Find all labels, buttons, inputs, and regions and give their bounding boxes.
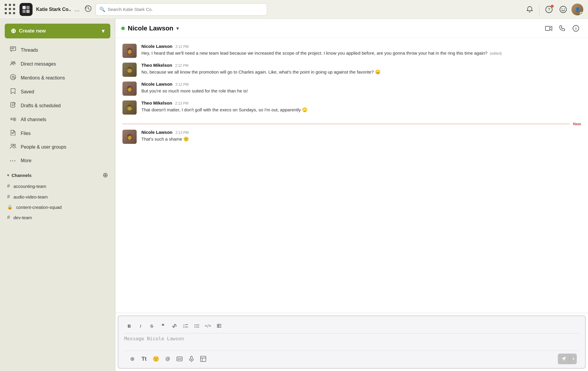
message-time: 2:12 PM: [175, 45, 189, 49]
message-text: That's such a shame 🙁: [141, 136, 581, 143]
avatar: 👩: [122, 82, 137, 96]
contact-name-chevron-icon[interactable]: ▾: [176, 25, 179, 32]
unordered-list-button[interactable]: [192, 321, 202, 331]
contact-online-indicator: [121, 27, 125, 30]
nav-drafts-scheduled[interactable]: Drafts & scheduled: [2, 99, 113, 112]
formatting-toolbar: B I S ❝ 1. 2.: [124, 320, 579, 333]
svg-point-12: [14, 62, 15, 63]
message-content: Nicole Lawson 2:12 PM Hey, I heard that …: [141, 44, 581, 58]
more-icon: ⋯: [9, 157, 17, 165]
message-author: Nicole Lawson: [141, 82, 172, 87]
message-text: No, because we all know the promotion wi…: [141, 69, 581, 76]
people-user-groups-label: People & user groups: [21, 144, 66, 150]
message-time: 2:13 PM: [175, 101, 188, 105]
svg-point-13: [10, 74, 16, 80]
nav-direct-messages[interactable]: Direct messages: [2, 57, 113, 71]
message-input[interactable]: [124, 336, 579, 347]
message-time: 2:12 PM: [175, 64, 188, 68]
notifications-button[interactable]: [524, 4, 536, 15]
audio-button[interactable]: [186, 353, 197, 365]
strikethrough-button[interactable]: S: [147, 321, 157, 331]
svg-rect-0: [22, 6, 26, 9]
channel-hash-icon: #: [7, 214, 10, 220]
mention-button[interactable]: @: [162, 353, 173, 365]
emoji-button[interactable]: [557, 4, 569, 15]
avatar: 👩: [122, 130, 137, 144]
history-icon[interactable]: [84, 5, 92, 14]
search-input[interactable]: [108, 7, 263, 12]
shortcuts-button[interactable]: [174, 353, 185, 365]
threads-label: Threads: [21, 48, 38, 53]
indent-button[interactable]: [214, 321, 224, 331]
chat-contact-name: Nicole Lawson: [128, 25, 173, 32]
canvas-button[interactable]: [198, 353, 209, 365]
create-new-button[interactable]: ⊕ Create new ▾: [5, 24, 110, 38]
channel-dev-team[interactable]: # dev-team: [0, 212, 115, 223]
mentions-reactions-label: Mentions & reactions: [21, 75, 65, 81]
message-edited-label: (edited): [490, 51, 502, 56]
svg-text:#: #: [10, 117, 13, 121]
send-button[interactable]: [558, 354, 570, 364]
all-channels-icon: #: [9, 116, 17, 123]
channels-section-label: Channels: [12, 173, 100, 178]
files-label: Files: [21, 131, 31, 136]
sidebar: ⊕ Create new ▾ Threads: [0, 19, 115, 371]
channel-hash-icon: #: [7, 183, 10, 189]
nav-more[interactable]: ⋯ More: [2, 154, 113, 167]
code-button[interactable]: </>: [203, 321, 213, 331]
phone-call-button[interactable]: [556, 22, 568, 35]
italic-button[interactable]: I: [135, 321, 146, 331]
add-channel-button[interactable]: ⊕: [103, 171, 108, 179]
svg-point-9: [564, 8, 565, 9]
format-text-button[interactable]: Tt: [138, 353, 150, 365]
link-button[interactable]: [169, 321, 179, 331]
message-content: Nicole Lawson 2:13 PM That's such a sham…: [141, 130, 581, 144]
emoji-picker-button[interactable]: 🙂: [150, 353, 161, 365]
svg-text:2.: 2.: [183, 326, 185, 328]
nav-mentions-reactions[interactable]: Mentions & reactions: [2, 71, 113, 84]
nav-people-user-groups[interactable]: People & user groups: [2, 141, 113, 153]
message-author: Theo Mikelson: [141, 100, 172, 105]
channels-chevron-icon: ▾: [7, 173, 9, 178]
nav-all-channels[interactable]: # All channels: [2, 113, 113, 126]
workspace-logo: [20, 3, 33, 16]
channel-content-creation-squad[interactable]: 🔒 content-creation-squad: [0, 202, 115, 212]
help-notification-dot: [551, 5, 554, 8]
svg-rect-27: [177, 357, 182, 361]
blockquote-button[interactable]: ❝: [158, 321, 168, 331]
message-author: Nicole Lawson: [141, 44, 172, 49]
nav-saved[interactable]: Saved: [2, 85, 113, 98]
message-text: But you're so much more suited for the r…: [141, 88, 581, 95]
svg-point-26: [195, 327, 196, 328]
channel-label: content-creation-squad: [16, 205, 62, 210]
help-button[interactable]: ?: [543, 4, 555, 15]
people-icon: [9, 144, 17, 150]
svg-rect-3: [26, 10, 30, 13]
send-options-button[interactable]: ▾: [570, 354, 577, 364]
workspace-more-button[interactable]: ...: [75, 6, 80, 13]
search-bar[interactable]: 🔍: [96, 3, 267, 16]
svg-point-7: [560, 6, 566, 13]
create-new-plus-icon: ⊕: [11, 27, 16, 35]
channel-audio-video-team[interactable]: # audio-video-team: [0, 191, 115, 202]
channel-accounting-team[interactable]: # accounting-team: [0, 181, 115, 191]
nav-files[interactable]: Files: [2, 127, 113, 140]
message-text: Hey, I heard that we'll need a new team …: [141, 50, 581, 57]
grid-menu-icon[interactable]: [5, 4, 16, 15]
info-button[interactable]: i: [570, 22, 582, 35]
files-icon: [9, 130, 17, 137]
ordered-list-button[interactable]: 1. 2.: [180, 321, 190, 331]
bold-button[interactable]: B: [124, 321, 134, 331]
search-icon: 🔍: [99, 6, 105, 12]
channel-hash-icon: #: [7, 194, 10, 200]
user-avatar[interactable]: 👤: [571, 4, 583, 15]
threads-icon: [9, 46, 17, 54]
video-call-button[interactable]: [542, 22, 555, 35]
divider-line: [122, 124, 570, 124]
channels-section-header[interactable]: ▾ Channels ⊕: [0, 168, 115, 181]
nav-threads[interactable]: Threads: [2, 43, 113, 57]
drafts-icon: [9, 102, 17, 109]
message-group: 👨 Theo Mikelson 2:12 PM No, because we a…: [122, 63, 581, 77]
avatar: 👨: [122, 100, 137, 115]
add-attachment-button[interactable]: ⊕: [127, 353, 138, 365]
